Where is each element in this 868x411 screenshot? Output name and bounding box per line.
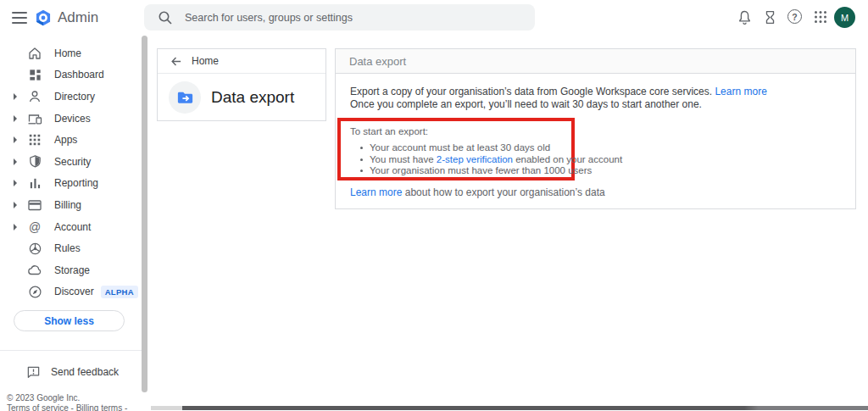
sidebar-scrollbar[interactable] bbox=[142, 36, 147, 392]
link-separator: - bbox=[122, 403, 127, 411]
sidebar-item-label: Reporting bbox=[54, 177, 98, 189]
steering-wheel-icon bbox=[27, 241, 42, 256]
back-arrow-icon bbox=[170, 55, 182, 68]
menu-icon[interactable] bbox=[12, 12, 27, 24]
sidebar-item-label: Apps bbox=[54, 134, 77, 146]
page-title-row: Data export bbox=[158, 74, 326, 121]
search-bar[interactable] bbox=[144, 4, 535, 31]
sidebar-item-devices[interactable]: Devices bbox=[0, 108, 136, 130]
tasks-hourglass-icon[interactable] bbox=[762, 9, 778, 25]
sidebar-item-discover[interactable]: Discover ALPHA bbox=[0, 281, 136, 303]
cloud-icon bbox=[27, 263, 42, 278]
back-to-home[interactable]: Home bbox=[158, 49, 326, 74]
sidebar-item-rules[interactable]: Rules bbox=[0, 237, 136, 259]
sidebar-item-directory[interactable]: Directory bbox=[0, 86, 136, 108]
google-admin-logo-icon[interactable] bbox=[34, 8, 53, 27]
panel-footer-text: Learn more about how to export your orga… bbox=[350, 186, 605, 198]
sidebar-item-billing[interactable]: Billing bbox=[0, 194, 136, 216]
notifications-bell-icon[interactable] bbox=[737, 9, 753, 25]
billing-terms-link[interactable]: Billing terms bbox=[76, 403, 122, 411]
sidebar-item-label: Rules bbox=[54, 242, 81, 254]
sidebar-item-label: Discover bbox=[54, 286, 94, 297]
feedback-icon bbox=[25, 364, 41, 380]
sidebar-item-label: Billing bbox=[54, 199, 81, 211]
sidebar-item-apps[interactable]: Apps bbox=[0, 129, 136, 151]
sidebar-item-label: Devices bbox=[54, 113, 91, 125]
app-title: Admin bbox=[58, 9, 98, 26]
data-export-icon bbox=[169, 81, 201, 114]
sidebar-divider bbox=[0, 350, 144, 351]
learn-more-link[interactable]: Learn more bbox=[715, 86, 766, 97]
requirement-item: Your account must be at least 30 days ol… bbox=[370, 142, 622, 154]
sidebar-item-home[interactable]: Home bbox=[0, 42, 136, 64]
sidebar-item-security[interactable]: Security bbox=[0, 151, 136, 173]
sidebar-item-storage[interactable]: Storage bbox=[0, 259, 136, 281]
expand-arrow-icon[interactable] bbox=[14, 202, 17, 208]
sidebar-item-label: Home bbox=[54, 47, 81, 59]
breadcrumb-card: Home Data export bbox=[157, 48, 326, 121]
page-title: Data export bbox=[211, 88, 294, 107]
search-input[interactable] bbox=[185, 12, 535, 24]
data-export-panel: Data export Export a copy of your organi… bbox=[335, 48, 856, 209]
sidebar-item-label: Dashboard bbox=[54, 69, 104, 81]
apps-grid-icon[interactable] bbox=[813, 9, 829, 25]
help-icon[interactable]: ? bbox=[787, 9, 804, 25]
horizontal-scrollbar-thumb[interactable] bbox=[182, 406, 868, 410]
intro-text: Export a copy of your organisation’s dat… bbox=[350, 86, 767, 111]
annotation-red-box: To start an export: Your account must be… bbox=[337, 118, 575, 181]
bar-chart-icon bbox=[27, 175, 42, 191]
sidebar-item-label: Security bbox=[54, 156, 91, 168]
sidebar-item-label: Account bbox=[54, 221, 91, 233]
show-less-button[interactable]: Show less bbox=[14, 310, 125, 331]
shield-icon bbox=[27, 154, 42, 169]
credit-card-icon bbox=[27, 197, 42, 213]
terms-of-service-link[interactable]: Terms of service bbox=[7, 403, 69, 411]
requirements-title: To start an export: bbox=[350, 126, 428, 136]
send-feedback-label: Send feedback bbox=[51, 366, 119, 378]
sidebar-nav: Home Dashboard Directory Devices bbox=[0, 42, 136, 303]
top-bar: Admin ? M bbox=[0, 0, 868, 36]
sidebar-item-account[interactable]: @ Account bbox=[0, 216, 136, 238]
expand-arrow-icon[interactable] bbox=[14, 136, 17, 143]
avatar[interactable]: M bbox=[834, 7, 855, 28]
sidebar-item-label: Directory bbox=[54, 91, 95, 103]
alpha-badge: ALPHA bbox=[101, 286, 138, 298]
dashboard-icon bbox=[27, 67, 42, 82]
breadcrumb-label: Home bbox=[192, 55, 219, 67]
expand-arrow-icon[interactable] bbox=[14, 158, 17, 165]
requirement-item: Your organisation must have fewer than 1… bbox=[370, 165, 622, 177]
panel-header: Data export bbox=[336, 49, 855, 74]
sidebar-item-reporting[interactable]: Reporting bbox=[0, 173, 136, 195]
person-icon bbox=[27, 89, 42, 104]
learn-more-link[interactable]: Learn more bbox=[350, 186, 402, 198]
at-sign-icon: @ bbox=[27, 219, 42, 235]
home-icon bbox=[27, 46, 42, 61]
sidebar-item-label: Storage bbox=[54, 264, 90, 276]
expand-arrow-icon[interactable] bbox=[14, 180, 17, 186]
footer-links: Terms of service - Billing terms - bbox=[7, 403, 127, 411]
requirements-list: Your account must be at least 30 days ol… bbox=[370, 142, 622, 177]
expand-arrow-icon[interactable] bbox=[14, 93, 17, 100]
devices-icon bbox=[27, 111, 42, 126]
apps-icon bbox=[27, 132, 42, 147]
requirement-item: You must have 2-step verification enable… bbox=[370, 154, 622, 166]
search-icon bbox=[158, 10, 173, 25]
link-separator: - bbox=[69, 403, 76, 411]
copyright-text: © 2023 Google Inc. bbox=[7, 393, 80, 403]
compass-icon bbox=[27, 284, 42, 299]
send-feedback-button[interactable]: Send feedback bbox=[0, 363, 136, 381]
expand-arrow-icon[interactable] bbox=[14, 115, 17, 122]
two-step-verification-link[interactable]: 2-step verification bbox=[437, 154, 513, 164]
sidebar-item-dashboard[interactable]: Dashboard bbox=[0, 64, 136, 86]
expand-arrow-icon[interactable] bbox=[14, 224, 17, 230]
